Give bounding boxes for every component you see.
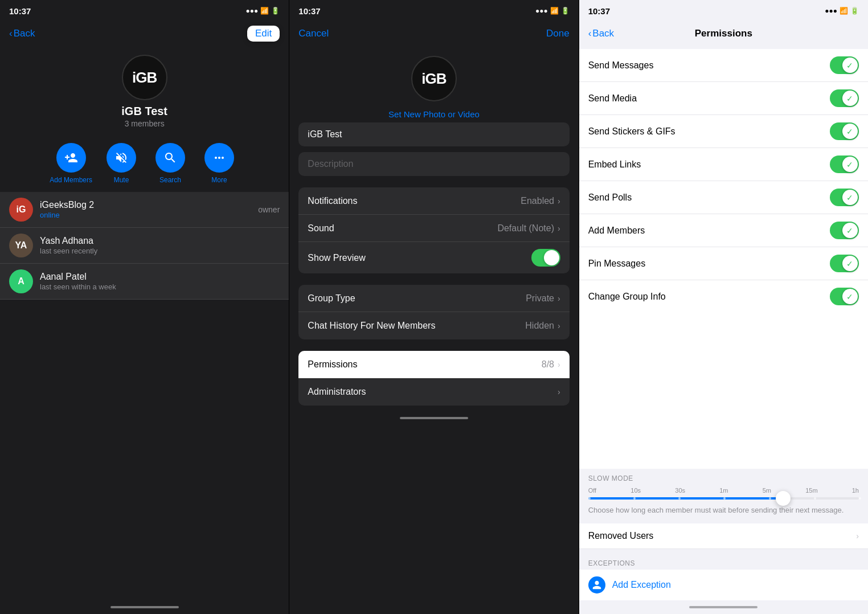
perm-row-send-stickers[interactable]: Send Stickers & GIFs ✓ xyxy=(579,115,868,148)
perm-row-send-messages[interactable]: Send Messages ✓ xyxy=(579,49,868,82)
action-mute[interactable]: Mute xyxy=(101,143,141,184)
member-name-2: Aanal Patel xyxy=(40,272,280,282)
notifications-value: Enabled xyxy=(521,196,554,206)
toggle-knob-send-polls: ✓ xyxy=(842,190,858,205)
perm-row-pin-messages[interactable]: Pin Messages ✓ xyxy=(579,247,868,280)
group-name-value: iGB Test xyxy=(308,129,342,139)
member-avatar-2: A xyxy=(9,269,33,293)
toggle-knob-send-messages: ✓ xyxy=(842,58,858,73)
slider-dot-6 xyxy=(859,497,861,500)
cancel-button[interactable]: Cancel xyxy=(298,28,329,39)
search-icon-circle xyxy=(155,143,185,173)
slider-dot-0 xyxy=(588,497,591,500)
done-button[interactable]: Done xyxy=(546,28,570,39)
mute-label: Mute xyxy=(114,176,129,184)
toggle-knob-change-group-info: ✓ xyxy=(842,289,858,304)
notifications-row[interactable]: Notifications Enabled › xyxy=(298,187,569,215)
edit-avatar-section: iGB Set New Photo or Video xyxy=(289,49,578,122)
panel-permissions: 10:37 ●●● 📶 🔋 ‹ Back Permissions Send Me… xyxy=(579,0,868,614)
permissions-row[interactable]: Permissions 8/8 › xyxy=(298,351,569,378)
toggle-send-messages[interactable]: ✓ xyxy=(830,56,859,74)
administrators-label: Administrators xyxy=(308,387,558,397)
perm-row-embed-links[interactable]: Embed Links ✓ xyxy=(579,148,868,181)
chat-history-row[interactable]: Chat History For New Members Hidden › xyxy=(298,312,569,339)
mute-icon-circle xyxy=(107,143,136,173)
perm-label-change-group-info: Change Group Info xyxy=(588,292,830,302)
member-row-2[interactable]: A Aanal Patel last seen within a week xyxy=(0,264,289,300)
slow-mode-labels: Off 10s 30s 1m 5m 15m 1h xyxy=(588,487,859,494)
sound-value: Default (Note) xyxy=(497,223,554,234)
member-row-1[interactable]: YA Yash Adhana last seen recently xyxy=(0,228,289,264)
description-input[interactable]: Description xyxy=(298,152,569,176)
sound-row[interactable]: Sound Default (Note) › xyxy=(298,215,569,242)
edit-group-avatar[interactable]: iGB xyxy=(411,56,457,101)
back-button-1[interactable]: ‹ Back xyxy=(9,28,35,39)
status-bar-3: 10:37 ●●● 📶 🔋 xyxy=(579,0,868,21)
group-name-input[interactable]: iGB Test xyxy=(298,122,569,146)
add-exception-row[interactable]: Add Exception xyxy=(579,570,868,600)
group-type-settings-group: Group Type Private › Chat History For Ne… xyxy=(298,285,569,339)
action-search[interactable]: Search xyxy=(150,143,190,184)
back-button-3[interactable]: ‹ Back xyxy=(588,28,614,39)
group-type-chevron: › xyxy=(558,294,560,303)
slider-dot-2 xyxy=(678,497,681,500)
toggle-send-media[interactable]: ✓ xyxy=(830,89,859,107)
group-type-row[interactable]: Group Type Private › xyxy=(298,285,569,312)
member-row-0[interactable]: iG iGeeksBlog 2 online owner xyxy=(0,192,289,228)
mute-icon xyxy=(114,151,128,165)
perm-row-send-media[interactable]: Send Media ✓ xyxy=(579,82,868,115)
chevron-left-icon: ‹ xyxy=(9,28,13,39)
perm-label-pin-messages: Pin Messages xyxy=(588,259,830,269)
slow-mode-label-6: 1h xyxy=(852,487,859,494)
toggle-knob-embed-links: ✓ xyxy=(842,157,858,172)
action-more[interactable]: More xyxy=(199,143,239,184)
back-label-3[interactable]: Back xyxy=(592,28,614,39)
member-info-2: Aanal Patel last seen within a week xyxy=(40,272,280,291)
toggle-pin-messages[interactable]: ✓ xyxy=(830,255,859,272)
battery-icon-3: 🔋 xyxy=(850,7,859,15)
perm-row-change-group-info[interactable]: Change Group Info ✓ xyxy=(579,280,868,313)
chat-history-value: Hidden xyxy=(525,321,554,331)
sound-chevron: › xyxy=(558,224,560,233)
toggle-send-stickers[interactable]: ✓ xyxy=(830,122,859,140)
member-name-0: iGeeksBlog 2 xyxy=(40,200,258,210)
action-add-members[interactable]: Add Members xyxy=(50,143,92,184)
status-bar-2: 10:37 ●●● 📶 🔋 xyxy=(289,0,578,21)
status-time-2: 10:37 xyxy=(298,6,320,16)
slow-mode-title: SLOW MODE xyxy=(588,474,859,482)
toggle-add-members[interactable]: ✓ xyxy=(830,222,859,239)
perm-label-embed-links: Embed Links xyxy=(588,159,830,170)
set-photo-button[interactable]: Set New Photo or Video xyxy=(388,109,480,119)
status-time-3: 10:37 xyxy=(588,6,610,16)
slow-mode-slider[interactable] xyxy=(588,497,859,500)
check-icon-send-stickers: ✓ xyxy=(846,127,853,136)
home-bar-2 xyxy=(400,417,468,419)
show-preview-row[interactable]: Show Preview xyxy=(298,242,569,273)
slow-mode-label-5: 15m xyxy=(805,487,817,494)
administrators-row[interactable]: Administrators › xyxy=(298,378,569,406)
perm-row-send-polls[interactable]: Send Polls ✓ xyxy=(579,181,868,214)
chat-history-label: Chat History For New Members xyxy=(308,321,525,331)
toggle-change-group-info[interactable]: ✓ xyxy=(830,288,859,305)
perm-row-add-members[interactable]: Add Members ✓ xyxy=(579,214,868,247)
slider-fill xyxy=(588,497,783,500)
back-label-1[interactable]: Back xyxy=(14,28,35,39)
home-bar-3 xyxy=(689,606,758,608)
show-preview-toggle[interactable] xyxy=(531,249,560,267)
wifi-icon: 📶 xyxy=(260,7,269,15)
toggle-send-polls[interactable]: ✓ xyxy=(830,189,859,206)
slider-thumb[interactable] xyxy=(776,491,791,506)
add-exception-label[interactable]: Add Exception xyxy=(612,580,671,590)
action-buttons-row: Add Members Mute Search xyxy=(0,137,289,192)
toggle-embed-links[interactable]: ✓ xyxy=(830,155,859,173)
group-name: iGB Test xyxy=(121,105,167,118)
removed-users-chevron: › xyxy=(856,531,859,541)
removed-users-row[interactable]: Removed Users › xyxy=(579,523,868,549)
add-members-icon-circle xyxy=(56,143,86,173)
permissions-chevron: › xyxy=(558,360,560,369)
chat-history-chevron: › xyxy=(558,321,560,330)
status-icons-2: ●●● 📶 🔋 xyxy=(535,7,570,15)
member-avatar-0: iG xyxy=(9,198,33,222)
edit-button[interactable]: Edit xyxy=(247,26,280,42)
member-status-2: last seen within a week xyxy=(40,283,280,291)
